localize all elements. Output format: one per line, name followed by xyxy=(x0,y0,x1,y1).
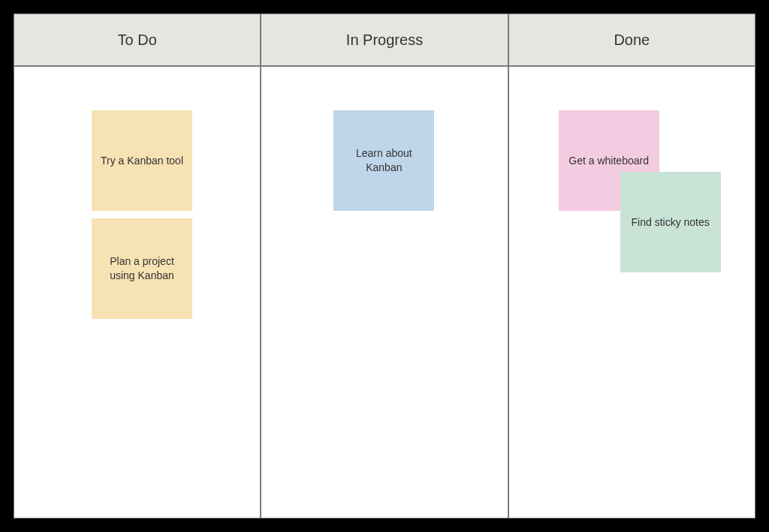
kanban-card[interactable]: Plan a project using Kanban xyxy=(92,218,192,319)
column-done[interactable]: Get a whiteboard Find sticky notes xyxy=(509,67,755,518)
column-header-done: Done xyxy=(509,14,755,65)
kanban-header-row: To Do In Progress Done xyxy=(14,14,755,67)
card-label: Get a whiteboard xyxy=(568,154,649,168)
column-header-todo: To Do xyxy=(14,14,261,65)
card-label: Learn about Kanban xyxy=(341,146,427,175)
column-todo[interactable]: Try a Kanban tool Plan a project using K… xyxy=(14,67,261,518)
kanban-card[interactable]: Learn about Kanban xyxy=(333,110,434,211)
column-header-in-progress: In Progress xyxy=(261,14,508,65)
kanban-board: To Do In Progress Done Try a Kanban tool… xyxy=(14,14,755,518)
kanban-body-row: Try a Kanban tool Plan a project using K… xyxy=(14,67,755,518)
card-label: Try a Kanban tool xyxy=(101,154,183,168)
card-label: Find sticky notes xyxy=(632,215,710,230)
column-in-progress[interactable]: Learn about Kanban xyxy=(261,67,508,518)
column-title: In Progress xyxy=(346,32,423,49)
card-label: Plan a project using Kanban xyxy=(99,254,185,283)
column-title: To Do xyxy=(118,32,157,49)
column-title: Done xyxy=(614,32,650,49)
kanban-card[interactable]: Find sticky notes xyxy=(620,172,721,272)
kanban-card[interactable]: Try a Kanban tool xyxy=(92,110,192,211)
